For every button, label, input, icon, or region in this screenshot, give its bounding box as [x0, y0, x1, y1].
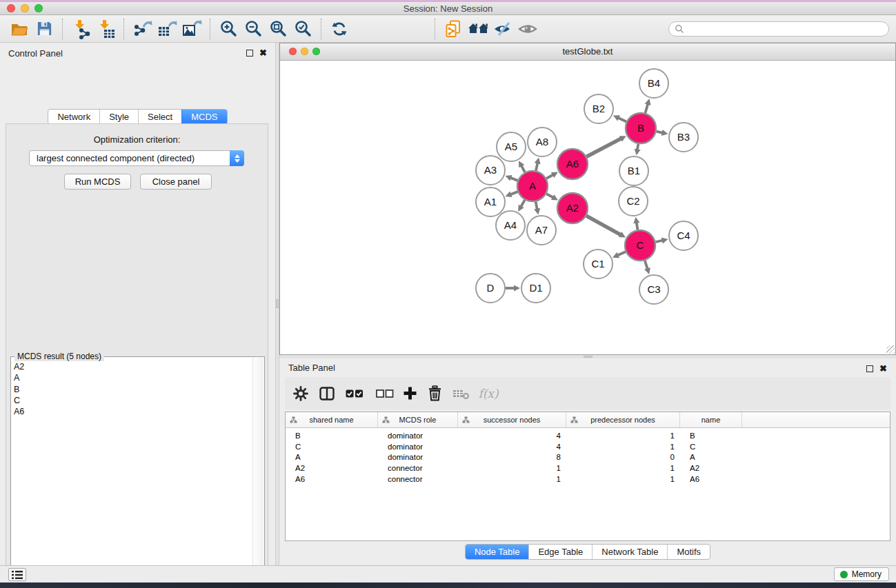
graph-edge-A6-B[interactable] [586, 138, 621, 156]
open-session-button[interactable] [7, 18, 32, 40]
tab-select[interactable]: Select [138, 110, 181, 124]
list-item[interactable]: A6 [14, 406, 252, 417]
save-session-button[interactable] [32, 18, 57, 40]
show-columns-button[interactable] [318, 377, 336, 409]
graph-node-label: B [637, 122, 644, 134]
status-bar: Memory [0, 565, 896, 582]
zoom-fit-button[interactable] [266, 18, 290, 40]
export-network-button[interactable] [130, 18, 155, 40]
table-body: B dominator 4 1 B C dominator 4 1 C A do… [286, 428, 890, 485]
export-network-icon [132, 19, 152, 39]
minimize-traffic-light[interactable] [21, 4, 29, 12]
table-row[interactable]: A dominator 8 0 A [286, 452, 890, 463]
search-input[interactable] [668, 21, 889, 37]
optimization-criterion-label: Optimization criterion: [6, 134, 268, 145]
import-network-button[interactable] [68, 18, 93, 40]
table-row[interactable]: C dominator 4 1 C [286, 441, 890, 452]
table-settings-button[interactable] [292, 377, 310, 409]
close-panel-icon[interactable]: ✖ [879, 365, 887, 372]
splitter-grip[interactable] [276, 299, 279, 308]
network-canvas[interactable]: B4B2BB3A5A8A6A3AB1A1C2A4A7A2CC4C1C3DD1 [280, 61, 895, 354]
list-item[interactable]: A2 [14, 361, 252, 372]
task-history-button[interactable] [8, 568, 26, 581]
table-row[interactable]: A2 connector 1 1 A2 [286, 463, 890, 474]
tree-icon [382, 416, 390, 423]
create-column-button[interactable] [401, 377, 419, 409]
network-window-titlebar[interactable]: testGlobe.txt [280, 43, 895, 61]
import-table-button[interactable] [93, 18, 118, 40]
table-row[interactable]: B dominator 4 1 B [286, 430, 890, 441]
graph-edge-B-B4[interactable] [645, 103, 648, 113]
unselect-all-columns-button[interactable] [375, 377, 395, 409]
graph-node-label: D [487, 282, 495, 294]
tree-icon [570, 416, 578, 423]
window-title: Session: New Session [0, 2, 896, 15]
home-button[interactable] [466, 18, 490, 40]
list-item[interactable]: A [14, 372, 252, 383]
graph-node-label: A1 [484, 196, 497, 207]
network-graph[interactable]: B4B2BB3A5A8A6A3AB1A1C2A4A7A2CC4C1C3DD1 [280, 61, 895, 355]
criterion-dropdown[interactable]: largest connected component (directed) [29, 150, 244, 166]
graph-node-label: C2 [626, 195, 639, 207]
tab-network[interactable]: Network [48, 110, 99, 124]
tab-network-table[interactable]: Network Table [592, 545, 667, 559]
memory-button[interactable]: Memory [834, 567, 889, 581]
clone-network-button[interactable] [441, 18, 466, 40]
mcds-result-title: MCDS result (5 nodes) [14, 352, 104, 361]
run-mcds-button[interactable]: Run MCDS [64, 174, 131, 190]
table-toolbar: f(x) [285, 377, 890, 409]
hide-graphics-details-button[interactable] [490, 18, 515, 40]
tab-style[interactable]: Style [99, 110, 138, 124]
graph-node-label: A5 [505, 141, 517, 152]
list-item[interactable]: C [14, 395, 252, 406]
graph-node-label: C1 [591, 258, 604, 270]
refresh-button[interactable] [327, 18, 352, 40]
dropdown-stepper-icon [230, 150, 244, 166]
close-traffic-light[interactable] [7, 4, 15, 12]
tab-node-table[interactable]: Node Table [466, 545, 529, 559]
graph-edge-C-C1[interactable] [617, 252, 626, 256]
result-scrollbar[interactable] [252, 358, 263, 588]
float-panel-icon[interactable] [866, 365, 873, 372]
zoom-in-button[interactable] [216, 18, 241, 40]
list-item[interactable]: B [14, 384, 252, 395]
memory-status-icon [840, 571, 848, 578]
checked-boxes-icon [346, 389, 364, 398]
delete-table-button[interactable] [450, 377, 471, 409]
close-panel-icon[interactable]: ✖ [259, 49, 267, 57]
column-header-name[interactable]: name [680, 412, 742, 427]
function-builder-button[interactable]: f(x) [477, 377, 500, 409]
zoom-out-button[interactable] [241, 18, 266, 40]
tab-edge-table[interactable]: Edge Table [528, 545, 592, 559]
tab-mcds[interactable]: MCDS [181, 110, 226, 124]
graph-edge-A2-C[interactable] [586, 216, 621, 235]
delete-columns-button[interactable] [426, 377, 444, 409]
search-icon [675, 24, 684, 34]
graph-edge-arrow [535, 157, 541, 164]
select-all-columns-button[interactable] [344, 377, 365, 409]
network-view-window: testGlobe.txt B4B2BB3A5A8A6A3AB1A1C2A4A7… [279, 43, 896, 355]
column-header-predecessor-nodes[interactable]: predecessor nodes [566, 412, 680, 427]
show-graphics-details-button[interactable] [515, 18, 540, 40]
zoom-in-icon [219, 19, 238, 38]
float-panel-icon[interactable] [246, 50, 253, 57]
zoom-traffic-light[interactable] [34, 4, 43, 12]
window-resize-grip[interactable] [886, 345, 895, 354]
column-header-successor-nodes[interactable]: successor nodes [458, 412, 566, 427]
column-header-mcds-role[interactable]: MCDS role [378, 412, 458, 427]
graph-edge-arrow [633, 217, 639, 224]
close-panel-button[interactable]: Close panel [140, 174, 212, 190]
memory-label: Memory [852, 569, 882, 579]
export-table-button[interactable] [155, 18, 179, 40]
graph-edge-B-B2[interactable] [617, 118, 626, 122]
eye-icon [517, 21, 538, 37]
plus-icon [403, 386, 417, 401]
tab-motifs[interactable]: Motifs [667, 545, 710, 559]
graph-edge-C-C3[interactable] [645, 261, 648, 270]
column-header-shared-name[interactable]: shared name [286, 412, 378, 427]
table-row[interactable]: A6 connector 1 1 A6 [286, 474, 890, 485]
toolbar-separator [435, 19, 435, 39]
splitter-grip[interactable] [584, 356, 593, 358]
zoom-selected-button[interactable] [290, 18, 315, 40]
export-image-button[interactable] [179, 18, 204, 40]
